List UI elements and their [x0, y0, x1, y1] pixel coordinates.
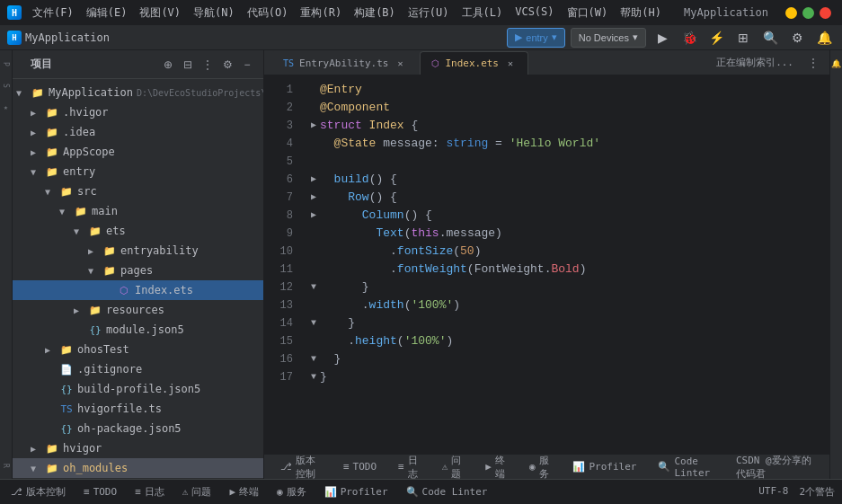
bottom-tab-code-linter[interactable]: 🔍 Code Linter [649, 454, 729, 481]
menu-window[interactable]: 窗口(W) [562, 4, 614, 22]
todo-status-icon: ≡ [84, 486, 90, 498]
bottom-tab-problems[interactable]: ⚠ 问题 [433, 452, 474, 482]
tab-index-ets-close[interactable]: ✕ [504, 57, 517, 70]
search-button[interactable]: 🔍 [759, 28, 781, 48]
tree-item-module-json5[interactable]: {} module.json5 [13, 320, 263, 340]
status-services[interactable]: ◉ 服务 [273, 483, 310, 500]
activity-favorites-icon[interactable]: ★ [1, 97, 12, 117]
status-profiler[interactable]: 📊 Profiler [321, 484, 392, 500]
collapse-all-btn[interactable]: ⊟ [179, 56, 197, 74]
services-label: 服务 [539, 454, 552, 481]
close-button[interactable]: ✕ [820, 7, 831, 19]
menu-edit[interactable]: 编辑(E) [81, 4, 133, 22]
add-file-btn[interactable]: ⊕ [159, 56, 177, 74]
tree-item-hvigor-root[interactable]: ▶ 📁 hvigor [13, 438, 263, 458]
gutter-14: ▼ [307, 314, 320, 332]
panel-settings-btn[interactable]: ⚙ [218, 56, 236, 74]
bottom-tab-profiler[interactable]: 📊 Profiler [563, 459, 645, 474]
profile-button[interactable]: ⚡ [705, 28, 727, 48]
menu-refactor[interactable]: 重构(R) [295, 4, 347, 22]
oh-modules-label: oh_modules [63, 462, 128, 474]
tab-entry-ability-close[interactable]: ✕ [394, 57, 406, 70]
resources-label: resources [106, 304, 164, 316]
file-tree[interactable]: ▼ 📁 MyApplication D:\DevEcoStudioProject… [13, 79, 263, 479]
menu-file[interactable]: 文件(F) [27, 4, 79, 22]
code-content[interactable]: @Entry @Component ▶ struct Index { @Stat… [300, 75, 829, 454]
bottom-tab-log[interactable]: ≡ 日志 [389, 452, 430, 482]
status-terminal[interactable]: ▶ 终端 [226, 483, 262, 500]
tree-item-oh-modules[interactable]: ▼ 📁 oh_modules [13, 458, 263, 478]
tree-item-build-profile-entry[interactable]: {} build-profile.json5 [13, 379, 263, 399]
tree-item-entry[interactable]: ▼ 📁 entry [13, 162, 263, 181]
status-log[interactable]: ≡ 日志 [131, 483, 168, 500]
tree-item-hvigorfile[interactable]: TS hvigorfile.ts [13, 399, 263, 419]
tree-item-index-ets[interactable]: ⬡ Index.ets [13, 280, 263, 300]
no-devices-button[interactable]: No Devices ▾ [571, 28, 646, 48]
menu-view[interactable]: 视图(V) [134, 4, 186, 22]
log-status-icon: ≡ [135, 486, 141, 498]
menu-nav[interactable]: 导航(N) [188, 4, 240, 22]
tree-root[interactable]: ▼ 📁 MyApplication D:\DevEcoStudioProject… [13, 83, 263, 102]
tree-item-resources[interactable]: ▶ 📁 resources [13, 300, 263, 320]
tree-item-oh-package[interactable]: {} oh-package.json5 [13, 419, 263, 438]
tree-item-main[interactable]: ▼ 📁 main [13, 201, 263, 221]
activity-project-icon[interactable]: P [1, 54, 12, 74]
code-line-4: @State message: string = 'Hello World' [307, 135, 822, 153]
right-sidebar-icon-1[interactable]: 🔔 [830, 54, 843, 72]
coverage-button[interactable]: ⊞ [732, 28, 754, 48]
hvigorfile-icon: TS [59, 402, 74, 416]
status-vcs[interactable]: ⎇ 版本控制 [7, 483, 69, 500]
tab-index-ets[interactable]: ⬡ Index.ets ✕ [420, 51, 528, 75]
debug-button[interactable]: 🐞 [678, 28, 700, 48]
problems-icon: ⚠ [442, 461, 448, 473]
log-icon: ≡ [398, 461, 404, 473]
tree-item-entryability[interactable]: ▶ 📁 entryability [13, 241, 263, 261]
run-button[interactable]: ▶ [651, 28, 673, 48]
menu-code[interactable]: 代码(O) [242, 4, 294, 22]
ohostest-icon: 📁 [59, 342, 74, 357]
tree-item-hvigor[interactable]: ▶ 📁 .hvigor [13, 102, 263, 122]
tree-item-gitignore-entry[interactable]: 📄 .gitignore [13, 359, 263, 379]
module-json5-label: module.json5 [106, 323, 184, 336]
vcs-label: 版本控制 [26, 485, 66, 499]
panel-close-btn[interactable]: − [238, 56, 256, 74]
menu-help[interactable]: 帮助(H) [615, 4, 667, 22]
tree-item-ets[interactable]: ▼ 📁 ets [13, 221, 263, 241]
status-code-linter[interactable]: 🔍 Code Linter [403, 484, 492, 500]
tab-entry-ability[interactable]: TS EntryAbility.ts ✕ [271, 51, 418, 75]
menu-tools[interactable]: 工具(L) [456, 4, 509, 22]
notification-button[interactable]: 🔔 [813, 28, 835, 48]
settings-button[interactable]: ⚙ [786, 28, 808, 48]
code-editor[interactable]: 1 2 3 4 5 6 7 8 9 10 11 12 13 14 15 16 1… [264, 75, 829, 454]
menu-bar[interactable]: 文件(F) 编辑(E) 视图(V) 导航(N) 代码(O) 重构(R) 构建(B… [27, 4, 667, 22]
bottom-tab-services[interactable]: ◉ 服务 [520, 452, 561, 482]
pages-arrow: ▼ [88, 266, 102, 276]
menu-build[interactable]: 构建(B) [349, 4, 401, 22]
tree-item-pages[interactable]: ▼ 📁 pages [13, 261, 263, 280]
tree-item-ohostest[interactable]: ▶ 📁 ohosTest [13, 340, 263, 359]
tab-more-button[interactable]: ⋮ [804, 54, 822, 72]
resources-icon: 📁 [88, 303, 102, 317]
tree-item-appscope[interactable]: ▶ 📁 AppScope [13, 142, 263, 162]
root-arrow: ▼ [16, 88, 31, 98]
activity-results-icon[interactable]: R [1, 455, 12, 475]
bottom-tab-terminal[interactable]: ▶ 终端 [476, 452, 517, 482]
bottom-tab-version-control[interactable]: ⎇ 版本控制 [271, 452, 331, 482]
tree-item-src[interactable]: ▼ 📁 src [13, 181, 263, 201]
entry-button[interactable]: ▶ entry ▾ [507, 28, 564, 48]
gutter-8: ▶ [307, 207, 320, 225]
tree-item-gitignore-root[interactable]: 📄 .gitignore [13, 478, 263, 479]
bottom-tab-todo[interactable]: ≡ TODO [334, 459, 386, 474]
menu-run[interactable]: 运行(U) [403, 4, 455, 22]
menu-vcs[interactable]: VCS(S) [510, 4, 559, 22]
maximize-button[interactable]: ＋ [802, 7, 814, 19]
status-todo[interactable]: ≡ TODO [80, 484, 120, 500]
tree-item-idea[interactable]: ▶ 📁 .idea [13, 122, 263, 142]
minimize-button[interactable]: － [785, 7, 797, 19]
activity-structure-icon[interactable]: S [1, 75, 12, 95]
expand-btn[interactable]: ⋮ [199, 56, 217, 74]
code-line-12: ▼ } [307, 279, 822, 296]
status-problems[interactable]: ⚠ 问题 [179, 483, 216, 500]
todo-icon: ≡ [343, 461, 350, 473]
idea-label: .idea [63, 126, 95, 138]
